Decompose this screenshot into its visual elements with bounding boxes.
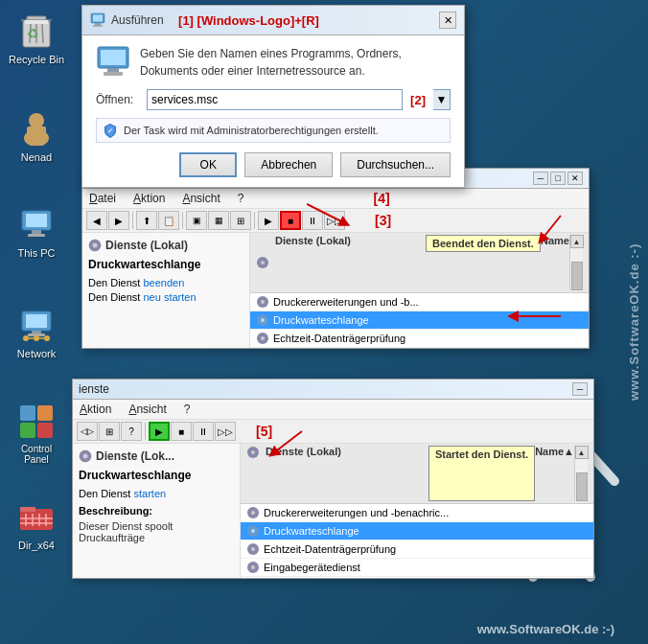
nenad-icon — [17, 109, 56, 148]
services-top-close[interactable]: ✕ — [567, 172, 583, 185]
services-bottom-item-0[interactable]: Druckererweiterungen und -benachric... — [241, 504, 593, 522]
desktop-icon-this-pc[interactable]: This PC — [3, 201, 70, 263]
svc-b-item-icon-2 — [246, 542, 260, 556]
desktop-icon-dir-x64[interactable]: Dir_x64 — [3, 494, 70, 555]
services-bottom-title: ienste — [79, 382, 109, 396]
svg-point-59 — [261, 318, 265, 322]
services-top-header-icon — [256, 256, 269, 269]
svc-b-item-icon-1 — [246, 524, 260, 538]
shield-icon: ✓ — [103, 123, 118, 138]
network-icon — [17, 306, 56, 344]
services-top-minimize[interactable]: ─ — [533, 172, 548, 185]
tb-b-stop[interactable]: ■ — [171, 422, 192, 441]
annotation-3: [3] — [375, 213, 391, 228]
run-annotation-1: [1] [Windows-Logo]+[R] — [178, 13, 319, 28]
menu-b-aktion[interactable]: Aktion — [77, 402, 114, 417]
menu-b-ansicht[interactable]: Ansicht — [126, 402, 169, 417]
services-top-menu: Datei Aktion Ansicht ? [4] — [82, 189, 589, 209]
scrollbar-bottom[interactable]: ▲ — [574, 446, 588, 501]
tb-b-sep1 — [145, 423, 146, 440]
run-open-label: Öffnen: — [96, 93, 139, 106]
tb-b-restart[interactable]: ▷▷ — [215, 422, 236, 441]
control-panel-icon — [17, 402, 56, 440]
services-top-item-0[interactable]: Druckererweiterungen und -b... — [250, 293, 589, 311]
tb-btn5[interactable]: ⊞ — [230, 211, 251, 230]
tb-b-btn2[interactable]: ⊞ — [99, 422, 120, 441]
services-top-service-title: Druckwarteschlange — [88, 258, 243, 271]
svc-b-item-icon-3 — [246, 561, 260, 574]
scroll-thumb[interactable] — [571, 262, 583, 290]
desktop-icon-control-panel[interactable]: Control Panel — [3, 398, 70, 469]
annotation-4: [4] — [373, 191, 389, 206]
network-label: Network — [17, 348, 56, 359]
services-bottom-right-panel: Dienste (Lokal) Startet den Dienst. Name… — [241, 444, 593, 578]
svg-rect-50 — [104, 72, 123, 76]
run-ok-button[interactable]: OK — [179, 152, 237, 177]
svg-point-61 — [261, 336, 265, 340]
tb-restart[interactable]: ▷▷ — [324, 211, 345, 230]
desktop-icon-network[interactable]: Network — [3, 302, 70, 363]
scroll-up[interactable]: ▲ — [570, 235, 584, 248]
svg-rect-46 — [93, 25, 103, 27]
scroll-b-thumb[interactable] — [576, 472, 588, 501]
services-gear-icon — [88, 239, 102, 252]
svg-rect-49 — [107, 68, 119, 72]
tb-start-button[interactable]: ▶ — [149, 422, 170, 441]
tb-btn6[interactable]: ▶ — [258, 211, 279, 230]
menu-ansicht[interactable]: Ansicht — [179, 191, 222, 206]
tb-btn3[interactable]: ▣ — [186, 211, 207, 230]
services-bottom-item-3[interactable]: Eingabegerätedienst — [241, 559, 593, 577]
run-dialog-title-area: Ausführen [1] [Windows-Logo]+[R] — [90, 12, 319, 28]
svg-rect-12 — [26, 214, 47, 227]
sort-arrow[interactable]: ▲ — [564, 446, 574, 501]
svg-point-74 — [251, 547, 255, 551]
tb-stop-button[interactable]: ■ — [280, 211, 301, 230]
menu-help[interactable]: ? — [235, 191, 247, 206]
run-dropdown-button[interactable]: ▼ — [433, 89, 451, 110]
svg-point-53 — [93, 243, 98, 248]
recycle-bin-icon: ♻ — [17, 12, 56, 50]
services-bottom-minimize[interactable]: ─ — [572, 382, 588, 396]
svc-b-header-icon — [246, 446, 260, 459]
run-input-field[interactable] — [147, 89, 403, 110]
services-top-left-header: Dienste (Lokal) — [88, 239, 243, 252]
run-dialog-body: Geben Sie den Namen eines Programms, Ord… — [82, 35, 464, 187]
tb-b-pause[interactable]: ⏸ — [193, 422, 214, 441]
services-top-restart-link[interactable]: neu starten — [143, 291, 196, 303]
services-top-item-1[interactable]: Druckwarteschlange — [250, 311, 589, 330]
desktop-icon-recycle-bin[interactable]: ♻ Recycle Bin — [3, 8, 70, 69]
services-bottom-item-2[interactable]: Echtzeit-Datenträgerprüfung — [241, 540, 593, 559]
run-browse-button[interactable]: Durchsuchen... — [340, 152, 451, 177]
services-bottom-start-link[interactable]: starten — [133, 488, 166, 499]
run-buttons-area: OK Abbrechen Durchsuchen... — [96, 152, 451, 177]
tb-btn4[interactable]: ▦ — [208, 211, 229, 230]
scroll-b-up[interactable]: ▲ — [575, 446, 589, 459]
tb-b-btn1[interactable]: ◁▷ — [77, 422, 98, 441]
services-top-maximize[interactable]: □ — [550, 172, 566, 185]
tb-pause[interactable]: ⏸ — [302, 211, 323, 230]
control-panel-label: Control Panel — [21, 444, 52, 465]
svg-text:✓: ✓ — [107, 127, 113, 134]
menu-datei[interactable]: Datei — [86, 191, 119, 206]
svg-point-66 — [83, 454, 88, 459]
this-pc-label: This PC — [17, 247, 55, 259]
menu-b-help[interactable]: ? — [181, 402, 194, 417]
services-top-item-2[interactable]: Echtzeit-Datenträgerprüfung — [250, 330, 589, 348]
svg-line-5 — [42, 24, 43, 43]
run-cancel-button[interactable]: Abbrechen — [244, 152, 333, 177]
svg-rect-29 — [20, 509, 53, 530]
services-top-stop-link[interactable]: beenden — [143, 277, 184, 288]
tb-forward[interactable]: ▶ — [108, 211, 129, 230]
services-top-list-header: Dienste (Lokal) Beendet den Dienst. Name… — [250, 233, 589, 293]
tb-sep2 — [182, 212, 183, 229]
tb-copy[interactable]: 📋 — [158, 211, 179, 230]
services-bottom-item-1[interactable]: Druckwarteschlange — [241, 522, 593, 540]
desktop-icon-nenad[interactable]: Nenad — [3, 105, 70, 167]
menu-aktion[interactable]: Aktion — [130, 191, 168, 206]
tb-up[interactable]: ⬆ — [136, 211, 157, 230]
run-dialog-close-button[interactable]: ✕ — [439, 12, 456, 29]
tb-b-btn3[interactable]: ? — [121, 422, 142, 441]
scrollbar-top[interactable]: ▲ — [569, 235, 583, 290]
services-bottom-list-header: Dienste (Lokal) Startet den Dienst. Name… — [241, 444, 593, 504]
tb-back[interactable]: ◀ — [86, 211, 107, 230]
